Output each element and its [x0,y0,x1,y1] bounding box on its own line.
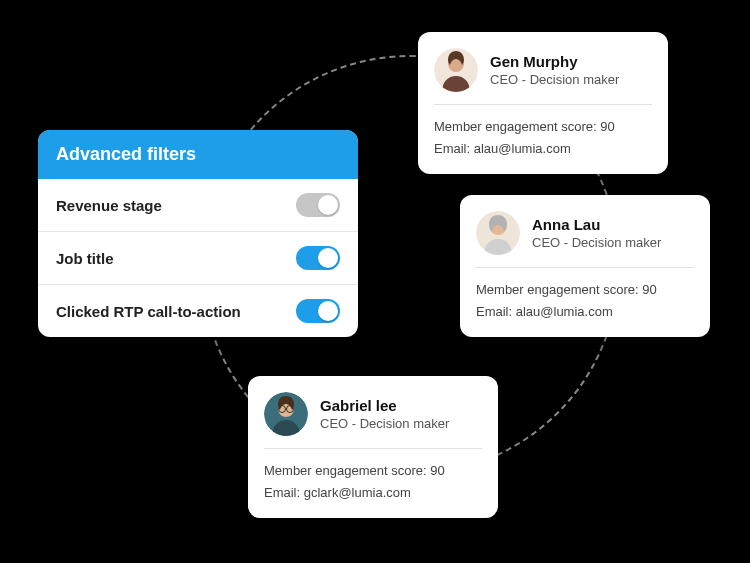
filter-label: Revenue stage [56,197,162,214]
filter-row-clicked-rtp: Clicked RTP call-to-action [38,284,358,337]
contact-score: Member engagement score: 90 [476,280,694,300]
contact-card: Anna Lau CEO - Decision maker Member eng… [460,195,710,337]
contact-name: Anna Lau [532,216,661,233]
contact-score: Member engagement score: 90 [434,117,652,137]
filter-row-job-title: Job title [38,231,358,284]
contact-email: Email: gclark@lumia.com [264,483,482,503]
filter-label: Clicked RTP call-to-action [56,303,241,320]
contact-card: Gabriel lee CEO - Decision maker Member … [248,376,498,518]
contact-email: Email: alau@lumia.com [476,302,694,322]
avatar [264,392,308,436]
filter-row-revenue-stage: Revenue stage [38,179,358,231]
contact-card: Gen Murphy CEO - Decision maker Member e… [418,32,668,174]
toggle-job-title[interactable] [296,246,340,270]
contact-role: CEO - Decision maker [320,416,449,431]
toggle-revenue-stage[interactable] [296,193,340,217]
advanced-filters-panel: Advanced filters Revenue stage Job title… [38,130,358,337]
contact-role: CEO - Decision maker [490,72,619,87]
avatar [476,211,520,255]
contact-name: Gen Murphy [490,53,619,70]
contact-score: Member engagement score: 90 [264,461,482,481]
contact-name: Gabriel lee [320,397,449,414]
toggle-clicked-rtp[interactable] [296,299,340,323]
contact-email: Email: alau@lumia.com [434,139,652,159]
contact-role: CEO - Decision maker [532,235,661,250]
avatar [434,48,478,92]
filter-label: Job title [56,250,114,267]
filter-panel-title: Advanced filters [38,130,358,179]
